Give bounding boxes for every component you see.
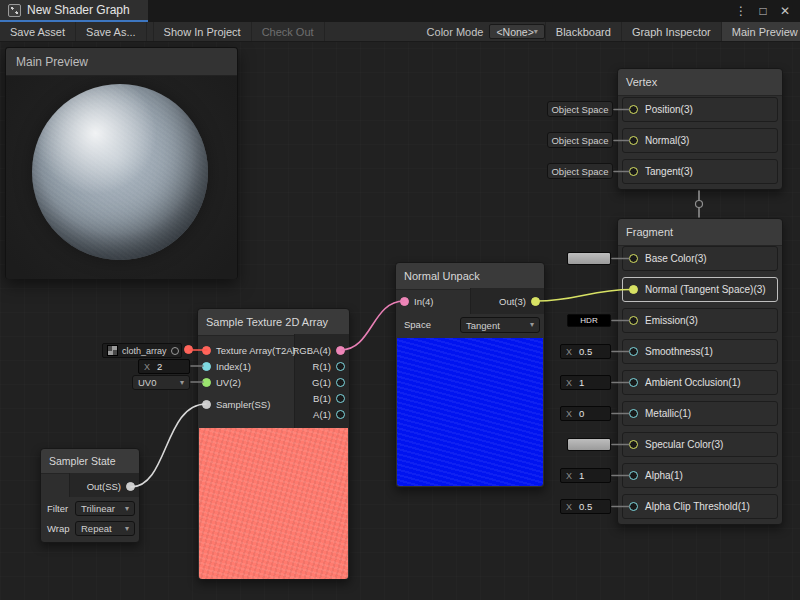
- out3-label: Out(3): [499, 296, 526, 307]
- show-in-project-button[interactable]: Show In Project: [153, 22, 252, 41]
- input-uv[interactable]: UV(2): [202, 374, 241, 390]
- cloth-array-object-field[interactable]: cloth_array: [102, 343, 182, 358]
- smoothness-field[interactable]: X 0.5: [560, 344, 611, 359]
- out3-port[interactable]: [531, 297, 540, 306]
- input-in4[interactable]: In(4): [400, 290, 434, 312]
- emission-port[interactable]: [629, 316, 638, 325]
- block-row-base-color[interactable]: Base Color(3): [622, 246, 778, 271]
- specular-color-swatch[interactable]: [567, 438, 611, 451]
- block-row-smoothness[interactable]: Smoothness(1): [622, 339, 778, 364]
- ambient-occlusion-field[interactable]: X 1: [560, 375, 611, 390]
- ambient-occlusion-port[interactable]: [629, 378, 638, 387]
- window-controls: ⋮ □ ✕: [732, 0, 800, 22]
- output-out-ss[interactable]: Out(SS): [87, 478, 135, 495]
- object-picker-icon[interactable]: [171, 347, 179, 355]
- output-out3[interactable]: Out(3): [499, 290, 540, 312]
- close-icon[interactable]: ✕: [776, 2, 794, 20]
- block-row-ambient-occlusion[interactable]: Ambient Occlusion(1): [622, 370, 778, 395]
- main-preview-toggle-button[interactable]: Main Preview: [721, 22, 800, 41]
- base-color-swatch[interactable]: [567, 252, 611, 265]
- alpha-clip-threshold-field[interactable]: X 0.5: [560, 499, 611, 514]
- sampler-port[interactable]: [202, 400, 211, 409]
- cloth-array-out-port[interactable]: [184, 345, 193, 354]
- in4-port[interactable]: [400, 297, 409, 306]
- output-g[interactable]: G(1): [312, 374, 345, 390]
- shader-graph-icon: [8, 4, 21, 17]
- blackboard-toggle-button[interactable]: Blackboard: [545, 22, 621, 41]
- fragment-node[interactable]: Fragment Base Color(3) Normal (Tangent S…: [617, 218, 783, 525]
- block-row-position[interactable]: Position(3): [622, 97, 778, 122]
- block-row-metallic[interactable]: Metallic(1): [622, 401, 778, 426]
- normal-unpack-node[interactable]: Normal Unpack In(4) Out(3) Space Tangent…: [395, 262, 545, 488]
- input-texture-array[interactable]: Texture Array(T2A): [202, 342, 296, 358]
- vertex-node-header[interactable]: Vertex: [618, 69, 782, 96]
- smoothness-port[interactable]: [629, 347, 638, 356]
- output-rgba[interactable]: RGBA(4): [292, 342, 345, 358]
- filter-dropdown[interactable]: Trilinear ▾: [75, 501, 135, 516]
- save-asset-button[interactable]: Save Asset: [0, 22, 76, 41]
- position-space-dropdown[interactable]: Object Space: [547, 101, 613, 117]
- block-row-normal[interactable]: Normal(3): [622, 128, 778, 153]
- alpha-clip-threshold-port[interactable]: [629, 502, 638, 511]
- main-preview-panel[interactable]: Main Preview: [5, 47, 238, 279]
- b-port[interactable]: [336, 394, 345, 403]
- output-r[interactable]: R(1): [313, 358, 345, 374]
- block-row-normal-tangent-space[interactable]: Normal (Tangent Space)(3): [622, 277, 778, 302]
- alpha-port[interactable]: [629, 471, 638, 480]
- block-row-alpha-clip-threshold[interactable]: Alpha Clip Threshold(1): [622, 494, 778, 519]
- sampler-state-node[interactable]: Sampler State Out(SS) Filter Trilinear ▾…: [40, 448, 140, 543]
- tangent-port[interactable]: [629, 167, 638, 176]
- maximize-icon[interactable]: □: [754, 2, 772, 20]
- output-b[interactable]: B(1): [313, 390, 345, 406]
- base-color-port[interactable]: [629, 254, 638, 263]
- fragment-node-header[interactable]: Fragment: [618, 219, 782, 246]
- block-row-specular-color[interactable]: Specular Color(3): [622, 432, 778, 457]
- input-sampler[interactable]: Sampler(SS): [202, 396, 270, 412]
- wrap-dropdown[interactable]: Repeat ▾: [75, 521, 135, 536]
- block-row-emission[interactable]: Emission(3): [622, 308, 778, 333]
- output-a[interactable]: A(1): [313, 406, 345, 422]
- uv-port[interactable]: [202, 378, 211, 387]
- smoothness-label: Smoothness(1): [645, 346, 713, 357]
- graph-inspector-toggle-button[interactable]: Graph Inspector: [621, 22, 721, 41]
- texture-array-port[interactable]: [202, 346, 211, 355]
- emission-hdr-swatch[interactable]: HDR: [567, 314, 611, 327]
- block-row-tangent[interactable]: Tangent(3): [622, 159, 778, 184]
- out-ss-port[interactable]: [126, 482, 135, 491]
- specular-color-port[interactable]: [629, 440, 638, 449]
- index-port[interactable]: [202, 362, 211, 371]
- normal-space-dropdown[interactable]: Object Space: [547, 132, 613, 148]
- normal-tangent-space-port[interactable]: [629, 285, 638, 294]
- index-field[interactable]: X 2: [138, 359, 190, 374]
- tab-new-shader-graph[interactable]: New Shader Graph: [0, 0, 148, 22]
- wrap-label: Wrap: [47, 523, 70, 534]
- r-port[interactable]: [336, 362, 345, 371]
- save-as-button[interactable]: Save As...: [76, 22, 147, 41]
- main-preview-header[interactable]: Main Preview: [6, 48, 237, 76]
- normal-unpack-header[interactable]: Normal Unpack: [396, 263, 544, 290]
- wrap-row: Wrap: [45, 520, 70, 536]
- space-dropdown[interactable]: Tangent ▾: [460, 317, 540, 333]
- uv-channel-dropdown[interactable]: UV0 ▾: [132, 375, 190, 390]
- metallic-port[interactable]: [629, 409, 638, 418]
- g-port[interactable]: [336, 378, 345, 387]
- a-port[interactable]: [336, 410, 345, 419]
- input-index[interactable]: Index(1): [202, 358, 251, 374]
- color-mode-dropdown[interactable]: <None> ▾: [489, 24, 544, 39]
- main-preview-viewport[interactable]: [6, 76, 237, 279]
- wire-sampler-state[interactable]: [131, 404, 206, 487]
- kebab-menu-icon[interactable]: ⋮: [732, 2, 750, 20]
- block-row-alpha[interactable]: Alpha(1): [622, 463, 778, 488]
- position-port[interactable]: [629, 105, 638, 114]
- rgba-port[interactable]: [336, 346, 345, 355]
- alpha-field[interactable]: X 1: [560, 468, 611, 483]
- vertex-node[interactable]: Vertex Position(3) Normal(3) Tangent(3): [617, 68, 783, 190]
- sample-texture-2d-array-node[interactable]: Sample Texture 2D Array Texture Array(T2…: [197, 308, 350, 580]
- emission-label: Emission(3): [645, 315, 698, 326]
- tangent-space-dropdown[interactable]: Object Space: [547, 163, 613, 179]
- sample-node-header[interactable]: Sample Texture 2D Array: [198, 309, 349, 336]
- metallic-field[interactable]: X 0: [560, 406, 611, 421]
- shader-graph-canvas[interactable]: New Shader Graph ⋮ □ ✕ Save Asset Save A…: [0, 0, 800, 600]
- sampler-state-header[interactable]: Sampler State: [41, 449, 139, 474]
- normal-port[interactable]: [629, 136, 638, 145]
